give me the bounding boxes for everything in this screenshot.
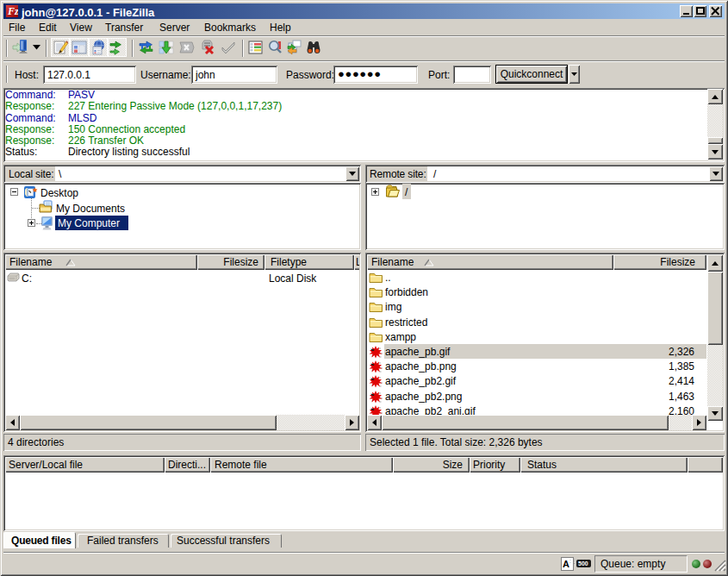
svg-text:Fz: Fz (7, 5, 18, 17)
